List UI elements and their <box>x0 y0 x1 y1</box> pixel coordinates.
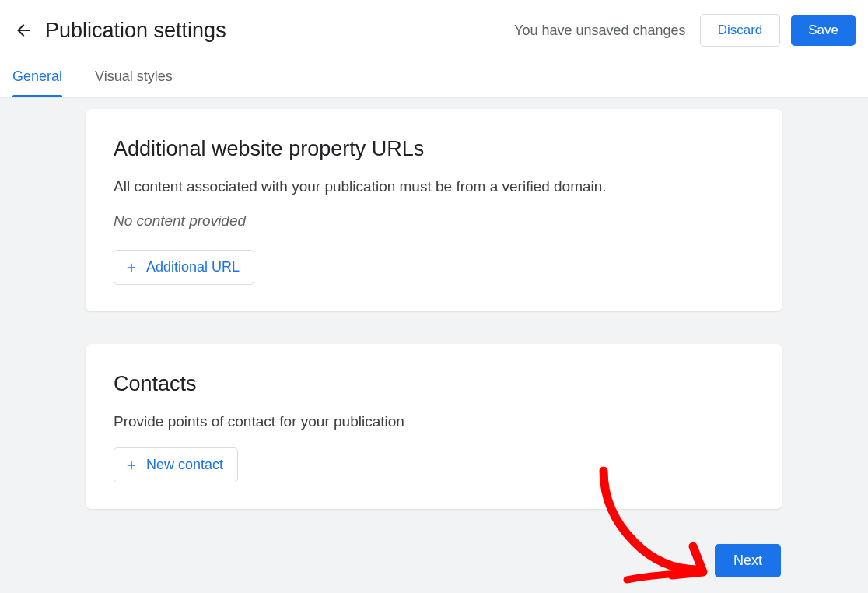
card-contacts: Contacts Provide points of contact for y… <box>86 344 782 509</box>
new-contact-label: New contact <box>146 457 223 473</box>
discard-button[interactable]: Discard <box>700 14 781 47</box>
card-title-contacts: Contacts <box>114 372 754 396</box>
tab-general[interactable]: General <box>12 61 62 97</box>
additional-url-label: Additional URL <box>146 259 240 275</box>
card-desc-urls: All content associated with your publica… <box>114 178 754 195</box>
additional-url-button[interactable]: Additional URL <box>114 250 254 285</box>
card-additional-urls: Additional website property URLs All con… <box>86 109 782 311</box>
next-button[interactable]: Next <box>715 544 781 577</box>
save-button[interactable]: Save <box>791 15 856 46</box>
back-arrow-icon[interactable] <box>14 21 33 40</box>
unsaved-changes-text: You have unsaved changes <box>514 23 686 39</box>
new-contact-button[interactable]: New contact <box>114 447 238 482</box>
plus-icon <box>124 261 138 275</box>
plus-icon <box>124 458 138 472</box>
tab-visual-styles[interactable]: Visual styles <box>95 61 173 97</box>
header: Publication settings You have unsaved ch… <box>0 0 868 61</box>
content-area: Additional website property URLs All con… <box>0 98 868 593</box>
card-title-urls: Additional website property URLs <box>114 137 754 161</box>
card-desc-contacts: Provide points of contact for your publi… <box>114 413 754 430</box>
page-title: Publication settings <box>45 19 514 43</box>
tabs: General Visual styles <box>0 61 868 98</box>
empty-state-urls: No content provided <box>114 212 754 230</box>
